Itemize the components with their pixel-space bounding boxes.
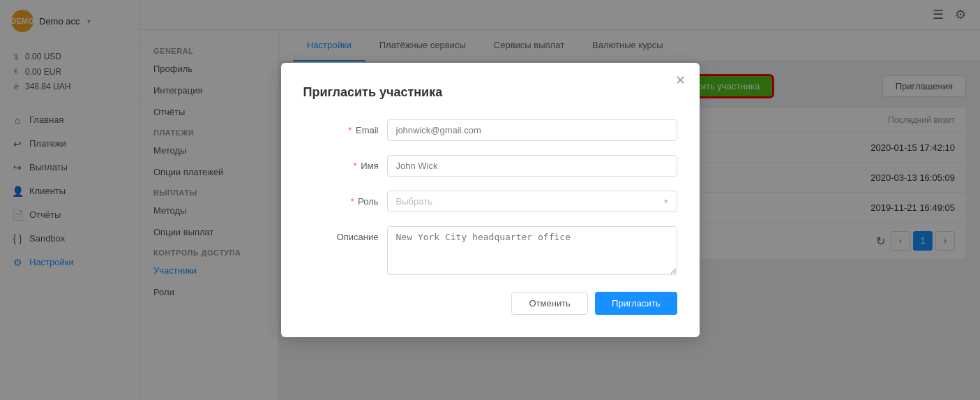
description-form-group: Описание bbox=[303, 226, 677, 275]
modal-close-button[interactable]: ✕ bbox=[675, 74, 686, 87]
email-form-group: * Email bbox=[303, 119, 677, 141]
role-select-placeholder: Выбрать bbox=[396, 196, 432, 207]
name-label: * Имя bbox=[303, 155, 387, 171]
chevron-down-icon: ▾ bbox=[664, 197, 668, 206]
email-field[interactable] bbox=[387, 119, 677, 141]
required-star: * bbox=[350, 196, 354, 207]
name-field[interactable] bbox=[387, 155, 677, 177]
cancel-button[interactable]: Отменить bbox=[511, 292, 587, 315]
submit-button[interactable]: Пригласить bbox=[595, 292, 677, 315]
invite-modal: Пригласить участника ✕ * Email * Имя * Р… bbox=[281, 63, 700, 337]
modal-title: Пригласить участника bbox=[303, 85, 677, 100]
required-star: * bbox=[348, 125, 352, 135]
email-label: * Email bbox=[303, 119, 387, 135]
description-label: Описание bbox=[303, 226, 387, 242]
name-form-group: * Имя bbox=[303, 155, 677, 177]
modal-overlay: Пригласить участника ✕ * Email * Имя * Р… bbox=[0, 0, 980, 400]
modal-footer: Отменить Пригласить bbox=[303, 292, 677, 315]
description-field[interactable] bbox=[387, 226, 677, 275]
role-select[interactable]: Выбрать ▾ bbox=[387, 191, 677, 212]
role-label: * Роль bbox=[303, 191, 387, 207]
role-form-group: * Роль Выбрать ▾ bbox=[303, 191, 677, 212]
required-star: * bbox=[353, 161, 356, 171]
